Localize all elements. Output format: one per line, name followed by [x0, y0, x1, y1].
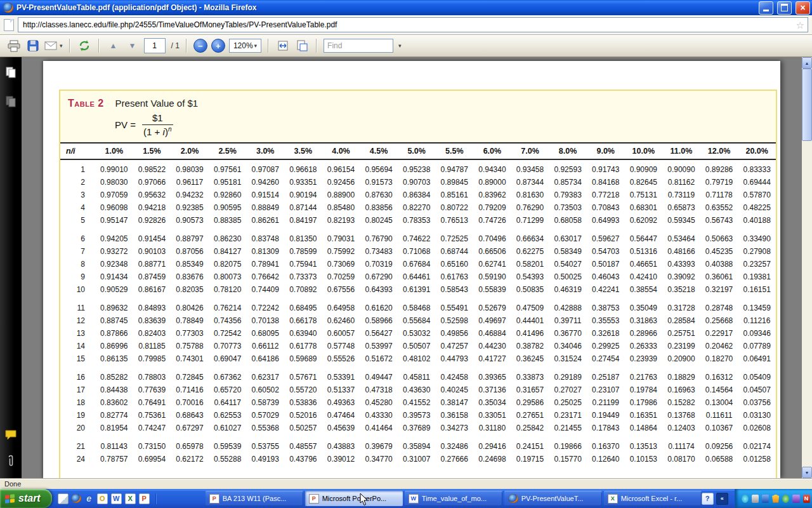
vertical-scrollbar[interactable]: ▲ ▼: [802, 57, 812, 478]
minimize-icon: [763, 10, 769, 11]
collaborate-button[interactable]: [77, 37, 92, 54]
find-dropdown-icon[interactable]: ▾: [398, 43, 402, 49]
status-text: Done: [4, 480, 21, 488]
task-button-excel[interactable]: X Microsoft Excel - r...: [604, 491, 702, 506]
firefox-icon: [71, 494, 81, 503]
fit-page-button[interactable]: [294, 37, 310, 54]
column-header: 5.0%: [398, 143, 436, 159]
page-number-input[interactable]: [144, 38, 166, 53]
pv-factor-cell: 0.92348: [95, 258, 133, 271]
pv-factor-cell: 0.31524: [549, 352, 587, 365]
tray-messenger-icon[interactable]: [782, 495, 789, 503]
tray-network-icon[interactable]: [742, 495, 749, 503]
pv-factor-cell: 0.70892: [284, 283, 322, 296]
pv-factor-cell: 0.47509: [511, 302, 549, 314]
pv-factor-cell: 0.92593: [549, 159, 587, 176]
zoom-out-icon: −: [198, 42, 203, 50]
pv-factor-cell: 0.89000: [473, 176, 511, 189]
tray-security-icon[interactable]: [772, 495, 779, 503]
start-label: start: [18, 493, 41, 504]
help-button[interactable]: ?: [702, 493, 714, 505]
hidden-icons-button[interactable]: «: [716, 493, 728, 505]
pv-factor-cell: 0.84197: [284, 214, 322, 227]
print-button[interactable]: [6, 37, 22, 54]
quick-launch-word-icon[interactable]: W: [111, 493, 122, 504]
tray-update-icon[interactable]: [762, 495, 769, 503]
pv-factor-cell: 0.73483: [360, 245, 398, 258]
task-button-firefox-pdf[interactable]: PV-PresentValueT...: [504, 491, 602, 506]
quick-launch-ie-icon[interactable]: e: [84, 494, 94, 504]
pv-factor-cell: 0.17986: [625, 396, 663, 409]
close-button[interactable]: ×: [796, 1, 810, 15]
bookmarks-panel-button[interactable]: [4, 95, 17, 110]
pv-factor-cell: 0.76642: [246, 271, 284, 283]
pv-factor-cell: 0.35034: [473, 396, 511, 409]
pv-factor-cell: 0.19715: [511, 453, 549, 465]
formula-numerator: $1: [142, 112, 173, 125]
formula-denominator: (1 + i)n: [143, 125, 171, 137]
url-input[interactable]: http://classes.lanecc.edu/file.php/24555…: [18, 17, 808, 32]
previous-page-button[interactable]: ▲: [106, 37, 121, 54]
save-button[interactable]: [25, 37, 41, 54]
fit-width-button[interactable]: [275, 37, 291, 54]
screen: PV-PresentValueTable.pdf (application/pd…: [0, 0, 812, 508]
task-button-ba213[interactable]: P BA 213 W11 (Pasc...: [206, 491, 303, 506]
pv-factor-cell: 0.56427: [360, 327, 398, 340]
minimize-button[interactable]: [759, 1, 773, 15]
pv-factor-cell: 0.32197: [700, 283, 738, 296]
zoom-out-button[interactable]: −: [193, 39, 207, 53]
pages-panel-button[interactable]: [4, 66, 17, 81]
pv-factor-cell: 0.27651: [511, 409, 549, 422]
pv-factor-cell: 0.78120: [209, 283, 247, 296]
next-page-button[interactable]: ▼: [125, 37, 140, 54]
pv-factor-cell: 0.76513: [435, 214, 473, 227]
restore-button[interactable]: [777, 1, 792, 15]
pv-factor-cell: 0.58543: [435, 283, 473, 296]
toolbar-separator: [98, 39, 100, 53]
pv-factor-cell: 0.27454: [587, 352, 625, 365]
pv-factor-cell: 0.05409: [738, 371, 776, 384]
tray-display-icon[interactable]: [792, 495, 799, 503]
tray-antivirus-icon[interactable]: N: [803, 495, 810, 503]
find-input[interactable]: [324, 39, 393, 53]
scrollbar-track[interactable]: [802, 141, 812, 467]
pv-factor-cell: 0.26333: [625, 340, 663, 352]
table-row: 130.878660.824030.773030.725420.680950.6…: [60, 327, 776, 340]
pv-factor-cell: 0.03756: [738, 396, 776, 409]
quick-launch-excel-icon[interactable]: X: [125, 493, 136, 504]
bookmark-star-icon[interactable]: ☆: [796, 20, 804, 30]
pv-factor-cell: 0.59689: [284, 352, 322, 365]
pv-factor-cell: 0.78599: [284, 245, 322, 258]
zoom-level-select[interactable]: 120% ▾: [229, 39, 261, 53]
email-button[interactable]: ▾: [44, 37, 63, 54]
pv-factor-cell: 0.28748: [700, 302, 738, 314]
collaborate-icon: [79, 40, 90, 51]
show-desktop-icon[interactable]: [58, 493, 69, 504]
pv-factor-cell: 0.71416: [171, 384, 209, 396]
zoom-in-button[interactable]: +: [211, 39, 225, 53]
task-button-time-value-doc[interactable]: W Time_value_of_mo...: [405, 491, 502, 506]
quick-launch-outlook-icon[interactable]: O: [97, 493, 108, 504]
scroll-up-button[interactable]: ▲: [802, 57, 812, 69]
pv-factor-cell: 0.79031: [322, 232, 360, 245]
attachments-panel-button[interactable]: [7, 454, 15, 471]
document-icon: W: [409, 494, 419, 504]
pv-factor-cell: 0.75992: [322, 245, 360, 258]
scroll-down-button[interactable]: ▼: [802, 467, 812, 478]
pv-factor-cell: 0.39573: [398, 409, 436, 422]
pv-factor-cell: 0.75788: [171, 340, 209, 352]
pv-factor-cell: 0.78757: [95, 453, 133, 465]
start-button[interactable]: start: [0, 489, 52, 508]
quick-launch-firefox-icon[interactable]: [72, 494, 81, 504]
pv-factor-cell: 0.43883: [322, 440, 360, 453]
pv-factor-cell: 0.98039: [171, 159, 209, 176]
table-title: Present Value of $1: [115, 98, 199, 109]
scrollbar-thumb[interactable]: [802, 69, 812, 141]
task-button-powerpoint[interactable]: P Microsoft PowerPo...: [305, 491, 403, 506]
quick-launch-powerpoint-icon[interactable]: P: [139, 493, 150, 504]
tray-volume-icon[interactable]: [752, 495, 759, 503]
pv-factor-cell: 0.25751: [662, 327, 700, 340]
comments-panel-button[interactable]: [4, 429, 17, 444]
pv-factor-cell: 0.70319: [360, 258, 398, 271]
scroll-down-icon: ▼: [805, 471, 809, 475]
